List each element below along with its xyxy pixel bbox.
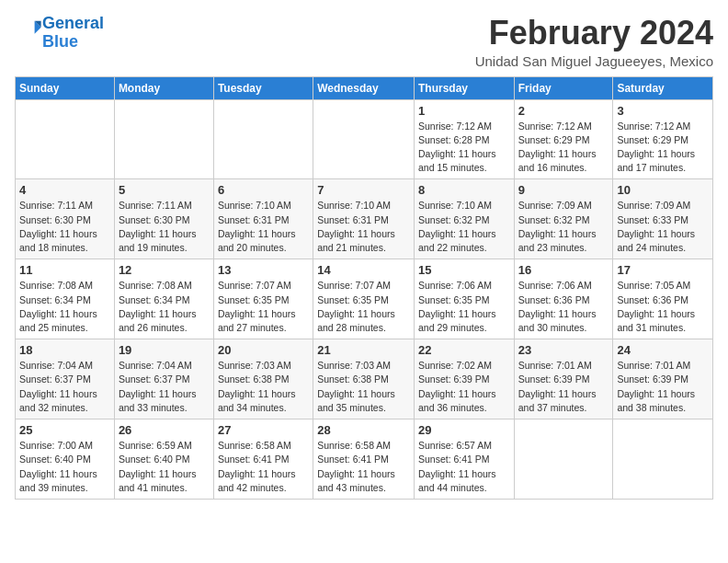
day-info: Sunrise: 7:00 AMSunset: 6:40 PMDaylight:… xyxy=(19,439,110,495)
day-info: Sunrise: 7:11 AMSunset: 6:30 PMDaylight:… xyxy=(119,199,210,255)
month-title: February 2024 xyxy=(475,15,713,52)
day-number: 13 xyxy=(218,263,309,277)
logo: General Blue xyxy=(15,15,104,52)
day-number: 7 xyxy=(317,183,410,197)
calendar-cell: 12Sunrise: 7:08 AMSunset: 6:34 PMDayligh… xyxy=(114,259,213,339)
day-number: 20 xyxy=(218,343,309,357)
day-number: 9 xyxy=(518,183,609,197)
day-number: 3 xyxy=(617,104,709,118)
calendar-cell: 14Sunrise: 7:07 AMSunset: 6:35 PMDayligh… xyxy=(313,259,415,339)
day-number: 23 xyxy=(518,343,609,357)
day-info: Sunrise: 7:12 AMSunset: 6:28 PMDaylight:… xyxy=(418,120,510,176)
day-number: 29 xyxy=(418,423,510,437)
calendar-cell: 9Sunrise: 7:09 AMSunset: 6:32 PMDaylight… xyxy=(514,179,613,259)
calendar-cell xyxy=(313,99,415,179)
day-info: Sunrise: 7:12 AMSunset: 6:29 PMDaylight:… xyxy=(518,120,609,176)
calendar-cell: 7Sunrise: 7:10 AMSunset: 6:31 PMDaylight… xyxy=(313,179,415,259)
day-info: Sunrise: 6:57 AMSunset: 6:41 PMDaylight:… xyxy=(418,439,510,495)
day-info: Sunrise: 7:01 AMSunset: 6:39 PMDaylight:… xyxy=(518,359,609,415)
calendar-cell: 18Sunrise: 7:04 AMSunset: 6:37 PMDayligh… xyxy=(16,339,115,419)
week-row-4: 18Sunrise: 7:04 AMSunset: 6:37 PMDayligh… xyxy=(16,339,713,419)
day-number: 4 xyxy=(19,183,110,197)
location-title: Unidad San Miguel Jagueeyes, Mexico xyxy=(475,53,713,69)
weekday-friday: Friday xyxy=(514,76,613,99)
day-info: Sunrise: 7:12 AMSunset: 6:29 PMDaylight:… xyxy=(617,120,709,176)
day-info: Sunrise: 7:07 AMSunset: 6:35 PMDaylight:… xyxy=(218,279,309,335)
logo-icon xyxy=(17,18,42,44)
calendar-cell xyxy=(213,99,313,179)
day-info: Sunrise: 7:07 AMSunset: 6:35 PMDaylight:… xyxy=(317,279,410,335)
day-info: Sunrise: 7:08 AMSunset: 6:34 PMDaylight:… xyxy=(119,279,210,335)
day-info: Sunrise: 7:06 AMSunset: 6:35 PMDaylight:… xyxy=(418,279,510,335)
weekday-sunday: Sunday xyxy=(16,76,115,99)
weekday-thursday: Thursday xyxy=(414,76,514,99)
day-info: Sunrise: 7:02 AMSunset: 6:39 PMDaylight:… xyxy=(418,359,510,415)
day-info: Sunrise: 7:03 AMSunset: 6:38 PMDaylight:… xyxy=(317,359,410,415)
day-number: 6 xyxy=(218,183,309,197)
week-row-1: 1Sunrise: 7:12 AMSunset: 6:28 PMDaylight… xyxy=(16,99,713,179)
day-number: 26 xyxy=(119,423,210,437)
day-info: Sunrise: 7:04 AMSunset: 6:37 PMDaylight:… xyxy=(19,359,110,415)
calendar-cell: 8Sunrise: 7:10 AMSunset: 6:32 PMDaylight… xyxy=(414,179,514,259)
calendar-cell: 25Sunrise: 7:00 AMSunset: 6:40 PMDayligh… xyxy=(16,419,115,500)
weekday-wednesday: Wednesday xyxy=(313,76,415,99)
day-info: Sunrise: 7:10 AMSunset: 6:32 PMDaylight:… xyxy=(418,199,510,255)
calendar-cell: 28Sunrise: 6:58 AMSunset: 6:41 PMDayligh… xyxy=(313,419,415,500)
day-number: 25 xyxy=(19,423,110,437)
calendar-cell xyxy=(514,419,613,500)
calendar-body: 1Sunrise: 7:12 AMSunset: 6:28 PMDaylight… xyxy=(16,99,713,499)
calendar-cell: 2Sunrise: 7:12 AMSunset: 6:29 PMDaylight… xyxy=(514,99,613,179)
week-row-5: 25Sunrise: 7:00 AMSunset: 6:40 PMDayligh… xyxy=(16,419,713,500)
day-info: Sunrise: 7:09 AMSunset: 6:32 PMDaylight:… xyxy=(518,199,609,255)
calendar-cell xyxy=(16,99,115,179)
day-number: 27 xyxy=(218,423,309,437)
weekday-saturday: Saturday xyxy=(613,76,713,99)
calendar-cell: 20Sunrise: 7:03 AMSunset: 6:38 PMDayligh… xyxy=(213,339,313,419)
day-info: Sunrise: 6:59 AMSunset: 6:40 PMDaylight:… xyxy=(119,439,210,495)
day-number: 12 xyxy=(119,263,210,277)
day-number: 21 xyxy=(317,343,410,357)
day-number: 16 xyxy=(518,263,609,277)
title-block: February 2024 Unidad San Miguel Jagueeye… xyxy=(475,15,713,69)
day-info: Sunrise: 7:06 AMSunset: 6:36 PMDaylight:… xyxy=(518,279,609,335)
day-info: Sunrise: 7:09 AMSunset: 6:33 PMDaylight:… xyxy=(617,199,709,255)
calendar-cell: 15Sunrise: 7:06 AMSunset: 6:35 PMDayligh… xyxy=(414,259,514,339)
day-info: Sunrise: 7:10 AMSunset: 6:31 PMDaylight:… xyxy=(317,199,410,255)
day-number: 5 xyxy=(119,183,210,197)
calendar-cell: 21Sunrise: 7:03 AMSunset: 6:38 PMDayligh… xyxy=(313,339,415,419)
calendar-cell: 3Sunrise: 7:12 AMSunset: 6:29 PMDaylight… xyxy=(613,99,713,179)
calendar-cell: 16Sunrise: 7:06 AMSunset: 6:36 PMDayligh… xyxy=(514,259,613,339)
day-info: Sunrise: 7:03 AMSunset: 6:38 PMDaylight:… xyxy=(218,359,309,415)
weekday-tuesday: Tuesday xyxy=(213,76,313,99)
day-number: 18 xyxy=(19,343,110,357)
calendar-cell: 4Sunrise: 7:11 AMSunset: 6:30 PMDaylight… xyxy=(16,179,115,259)
day-number: 10 xyxy=(617,183,709,197)
week-row-3: 11Sunrise: 7:08 AMSunset: 6:34 PMDayligh… xyxy=(16,259,713,339)
calendar-cell: 11Sunrise: 7:08 AMSunset: 6:34 PMDayligh… xyxy=(16,259,115,339)
week-row-2: 4Sunrise: 7:11 AMSunset: 6:30 PMDaylight… xyxy=(16,179,713,259)
calendar-cell: 1Sunrise: 7:12 AMSunset: 6:28 PMDaylight… xyxy=(414,99,514,179)
calendar-cell xyxy=(613,419,713,500)
day-number: 28 xyxy=(317,423,410,437)
day-number: 19 xyxy=(119,343,210,357)
day-number: 17 xyxy=(617,263,709,277)
calendar-cell: 23Sunrise: 7:01 AMSunset: 6:39 PMDayligh… xyxy=(514,339,613,419)
page-header: General Blue February 2024 Unidad San Mi… xyxy=(15,15,713,69)
weekday-header-row: SundayMondayTuesdayWednesdayThursdayFrid… xyxy=(16,76,713,99)
day-info: Sunrise: 7:05 AMSunset: 6:36 PMDaylight:… xyxy=(617,279,709,335)
calendar-cell: 22Sunrise: 7:02 AMSunset: 6:39 PMDayligh… xyxy=(414,339,514,419)
day-number: 15 xyxy=(418,263,510,277)
day-number: 14 xyxy=(317,263,410,277)
day-number: 1 xyxy=(418,104,510,118)
calendar-cell: 29Sunrise: 6:57 AMSunset: 6:41 PMDayligh… xyxy=(414,419,514,500)
day-info: Sunrise: 7:10 AMSunset: 6:31 PMDaylight:… xyxy=(218,199,309,255)
calendar-table: SundayMondayTuesdayWednesdayThursdayFrid… xyxy=(15,76,713,500)
calendar-cell: 17Sunrise: 7:05 AMSunset: 6:36 PMDayligh… xyxy=(613,259,713,339)
calendar-cell: 26Sunrise: 6:59 AMSunset: 6:40 PMDayligh… xyxy=(114,419,213,500)
day-info: Sunrise: 7:08 AMSunset: 6:34 PMDaylight:… xyxy=(19,279,110,335)
calendar-cell: 5Sunrise: 7:11 AMSunset: 6:30 PMDaylight… xyxy=(114,179,213,259)
logo-text: General Blue xyxy=(42,15,104,52)
calendar-cell: 27Sunrise: 6:58 AMSunset: 6:41 PMDayligh… xyxy=(213,419,313,500)
calendar-cell: 24Sunrise: 7:01 AMSunset: 6:39 PMDayligh… xyxy=(613,339,713,419)
calendar-cell: 13Sunrise: 7:07 AMSunset: 6:35 PMDayligh… xyxy=(213,259,313,339)
